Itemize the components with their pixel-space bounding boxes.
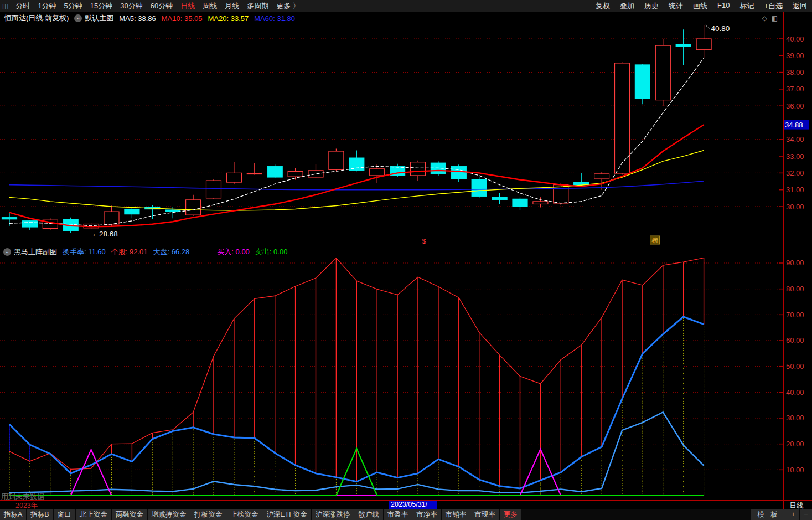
sub-indicator-value: 买入: 0.00: [217, 248, 250, 256]
sub-indicator-value: 卖出: 0.00: [255, 248, 288, 256]
info-bar: 恒而达(日线.前复权) ⌄ 默认主图 MA5: 38.86MA10: 35.05…: [0, 12, 812, 24]
diamond-icon[interactable]: ◇: [762, 14, 767, 22]
candle-6: [125, 209, 139, 214]
period-tab-15分钟[interactable]: 15分钟: [86, 2, 116, 10]
candle-24: [492, 197, 507, 200]
toolbar-item-指标A[interactable]: 指标A: [0, 509, 26, 520]
toolbar-item-增减持资金[interactable]: 增减持资金: [148, 509, 190, 520]
candle-8: [165, 210, 180, 212]
candle-13: [267, 166, 282, 177]
sub-axis-label: 70.00: [786, 311, 804, 319]
action-标记[interactable]: 标记: [735, 1, 759, 11]
sub-axis-label: 80.00: [786, 285, 804, 293]
last-price-badge: 34.88: [785, 121, 803, 129]
action-复权[interactable]: 复权: [591, 1, 615, 11]
period-tab-60分钟[interactable]: 60分钟: [147, 2, 177, 10]
candle-0: [2, 218, 17, 219]
template-button[interactable]: 模 板: [751, 509, 787, 520]
ma-value-label: MA20: 33.57: [208, 14, 249, 23]
period-tab-周线[interactable]: 周线: [199, 2, 221, 10]
toolbar-item-市现率[interactable]: 市现率: [470, 509, 499, 520]
action-统计[interactable]: 统计: [664, 1, 688, 11]
zoom-out-button[interactable]: −: [800, 509, 812, 520]
price-axis-label: 31.00: [786, 186, 804, 194]
sub-axis-label: 50.00: [786, 362, 804, 370]
toolbar-item-上榜资金[interactable]: 上榜资金: [226, 509, 262, 520]
action-画线[interactable]: 画线: [688, 1, 712, 11]
sub-axis-label: 60.00: [786, 336, 804, 344]
chevron-down-icon[interactable]: ⌄: [74, 14, 82, 22]
price-axis-label: 32.00: [786, 169, 804, 177]
sub-axis-label: 10.00: [786, 466, 804, 474]
zoom-in-button[interactable]: +: [787, 509, 799, 520]
toolbar-item-更多[interactable]: 更多: [500, 509, 521, 520]
toolbar-item-两融资金[interactable]: 两融资金: [112, 509, 147, 520]
candle-9: [186, 200, 201, 215]
candle-29: [594, 174, 609, 179]
candle-34: [696, 39, 711, 50]
axis-line: [809, 12, 809, 24]
main-candlestick-chart[interactable]: 40.0039.0038.0037.0036.0034.0033.0032.00…: [0, 24, 812, 245]
action-叠加[interactable]: 叠加: [615, 1, 639, 11]
candle-11: [226, 173, 241, 182]
indicator-sub-chart[interactable]: 90.0080.0070.0060.0050.0040.0030.0020.00…: [0, 245, 812, 500]
toolbar-item-市盈率[interactable]: 市盈率: [384, 509, 412, 520]
period-bar: ◫ 分时1分钟5分钟15分钟30分钟60分钟日线周线月线多周期更多 〉 复权叠加…: [0, 0, 812, 12]
cursor-date-label: 2023/05/31/三: [389, 501, 437, 509]
layout-selector[interactable]: 默认主图: [85, 13, 113, 23]
candle-32: [655, 45, 670, 100]
toolbar-items: 指标A指标B窗口北上资金两融资金增减持资金打板资金上榜资金沪深ETF资金沪深涨跌…: [0, 509, 521, 520]
candle-33: [676, 45, 691, 47]
candle-15: [308, 171, 323, 177]
axis-line: [783, 500, 784, 509]
candle-10: [206, 181, 221, 198]
candle-31: [635, 65, 650, 99]
candle-30: [615, 63, 630, 173]
sub-indicator-value: 换手率: 11.60: [63, 248, 106, 256]
toolbar-item-窗口[interactable]: 窗口: [54, 509, 75, 520]
low-annotation: ←28.68: [92, 230, 118, 238]
period-tab-日线[interactable]: 日线: [177, 2, 199, 10]
stock-title: 恒而达(日线.前复权): [0, 13, 69, 23]
app-icon: ◫: [0, 2, 12, 10]
action-历史[interactable]: 历史: [639, 1, 664, 11]
action-+自选[interactable]: +自选: [759, 1, 788, 11]
candle-5: [104, 212, 119, 224]
period-tab-30分钟[interactable]: 30分钟: [116, 2, 146, 10]
period-tab-5分钟[interactable]: 5分钟: [60, 2, 86, 10]
toolbar-item-沪深ETF资金[interactable]: 沪深ETF资金: [262, 509, 311, 520]
dividend-marker: $: [422, 237, 426, 245]
split-view-icon[interactable]: ◧: [772, 14, 778, 22]
candle-22: [451, 166, 466, 179]
candle-16: [329, 151, 344, 169]
candle-25: [513, 199, 527, 207]
toolbar-item-打板资金[interactable]: 打板资金: [190, 509, 226, 520]
period-tab-多周期[interactable]: 多周期: [243, 2, 272, 10]
toolbar-item-散户线[interactable]: 散户线: [354, 509, 383, 520]
toolbar-item-指标B[interactable]: 指标B: [27, 509, 53, 520]
action-F10[interactable]: F10: [712, 1, 735, 11]
price-axis-label: 39.00: [786, 52, 804, 60]
period-tab-1分钟[interactable]: 1分钟: [34, 2, 60, 10]
sub-indicator-value: 黑马上阵副图: [14, 248, 57, 256]
price-axis-label: 33.00: [786, 152, 804, 161]
toolbar-item-市净率[interactable]: 市净率: [412, 509, 441, 520]
period-tab-更多 〉[interactable]: 更多 〉: [272, 2, 304, 10]
period-tab-分时[interactable]: 分时: [12, 2, 34, 10]
trading-app: { "colors": { "up": "#ff3d3d", "down": "…: [0, 0, 812, 520]
toolbar-item-沪深涨跌停[interactable]: 沪深涨跌停: [312, 509, 354, 520]
ma-value-label: MA60: 31.80: [254, 14, 295, 23]
toolbar-item-市销率[interactable]: 市销率: [442, 509, 470, 520]
price-axis-label: 36.00: [786, 102, 804, 110]
toolbar-item-北上资金[interactable]: 北上资金: [76, 509, 111, 520]
sub-axis-label: 20.00: [786, 440, 804, 448]
period-tab-月线[interactable]: 月线: [221, 2, 243, 10]
candle-20: [411, 162, 426, 176]
chevron-down-icon[interactable]: ⌄: [3, 248, 11, 256]
sub-indicator-value: 个股: 92.01: [111, 248, 148, 256]
axis-line: [783, 12, 784, 24]
period-tabs: 分时1分钟5分钟15分钟30分钟60分钟日线周线月线多周期更多 〉: [12, 1, 304, 11]
ranking-list-marker: 榜: [652, 237, 658, 244]
action-返回[interactable]: 返回: [788, 1, 812, 11]
sub-indicator-value: 大盘: 66.28: [153, 248, 190, 256]
